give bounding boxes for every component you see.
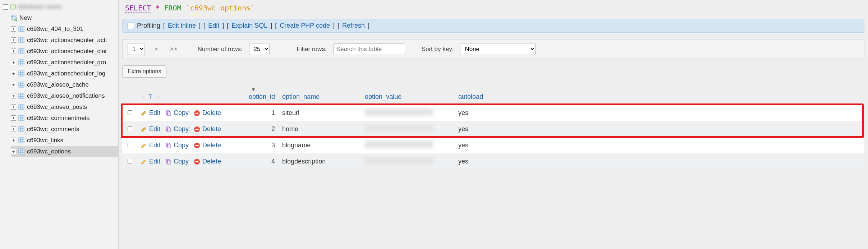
- tree-label: c693wc_actionscheduler_acti: [27, 37, 107, 44]
- tree-label: New: [19, 14, 32, 22]
- tree-root[interactable]: − database name: [1, 1, 118, 12]
- edit-row-button[interactable]: Edit: [141, 125, 160, 133]
- page-next-button[interactable]: >: [151, 44, 161, 54]
- col-header-option-name[interactable]: option_name: [282, 93, 320, 100]
- tree-item-table[interactable]: + c693wc_actionscheduler_acti: [11, 34, 118, 46]
- pencil-icon: [141, 126, 147, 132]
- tree-item-table[interactable]: + c693wc_actionscheduler_gro: [11, 57, 118, 68]
- table-icon: [18, 26, 25, 32]
- svg-rect-50: [19, 126, 24, 132]
- edit-row-button[interactable]: Edit: [141, 158, 160, 165]
- sort-by-key-label: Sort by key:: [422, 46, 454, 53]
- expand-icon[interactable]: +: [11, 82, 16, 87]
- page-last-button[interactable]: >>: [167, 44, 180, 54]
- copy-row-button[interactable]: Copy: [165, 142, 189, 149]
- col-header-option-id[interactable]: option_id: [249, 93, 275, 100]
- sort-desc-icon[interactable]: ▼: [251, 87, 256, 92]
- results-table: ←T→ ▼ option_id option_name option_value…: [122, 83, 864, 170]
- tree-item-table[interactable]: + c693wc_aioseo_posts: [11, 101, 118, 112]
- table-row: Edit Copy Delete 1 siteurl yes: [122, 105, 864, 121]
- table-icon: [18, 82, 25, 88]
- row-checkbox[interactable]: [128, 126, 132, 131]
- svg-rect-20: [19, 60, 24, 65]
- expand-icon[interactable]: +: [11, 49, 16, 54]
- tree-item-table[interactable]: + c693wc_aioseo_notifications: [11, 90, 118, 101]
- svg-rect-40: [19, 104, 24, 110]
- copy-row-button[interactable]: Copy: [165, 158, 189, 165]
- tree-item-table[interactable]: + c693wc_links: [11, 135, 118, 146]
- cell-option-id: 2: [245, 121, 279, 137]
- main-panel: SELECT * FROM `c693wc_options` Profiling…: [119, 0, 868, 249]
- tree-item-table[interactable]: + c693wc_options: [11, 146, 118, 157]
- num-rows-select[interactable]: 25: [249, 43, 270, 55]
- expand-icon[interactable]: +: [11, 104, 16, 110]
- row-checkbox[interactable]: [128, 110, 132, 115]
- edit-link[interactable]: Edit: [208, 22, 219, 29]
- filter-rows-input[interactable]: [333, 43, 405, 55]
- extra-options-button[interactable]: Extra options: [122, 65, 166, 78]
- tree-label: c693wc_links: [27, 137, 63, 144]
- create-php-link[interactable]: Create PHP code: [280, 22, 330, 29]
- db-icon: [10, 4, 16, 10]
- expand-icon[interactable]: +: [11, 149, 16, 154]
- table-row: Edit Copy Delete 2 home yes: [122, 121, 864, 137]
- cell-autoload: yes: [455, 153, 498, 170]
- tree-item-table[interactable]: + c693wc_actionscheduler_log: [11, 68, 118, 79]
- tree-item-new[interactable]: New: [11, 12, 118, 23]
- edit-row-button[interactable]: Edit: [141, 142, 160, 149]
- column-reorder-icon[interactable]: ←T→: [141, 93, 161, 100]
- tree-label: c693wc_commentmeta: [27, 115, 90, 122]
- cell-option-value: [361, 153, 455, 170]
- expand-icon[interactable]: +: [11, 71, 16, 76]
- delete-row-button[interactable]: Delete: [194, 125, 221, 133]
- copy-row-button[interactable]: Copy: [165, 109, 189, 117]
- tree-item-table[interactable]: + c693wc_aioseo_cache: [11, 79, 118, 90]
- table-icon: [18, 48, 25, 55]
- delete-row-button[interactable]: Delete: [194, 158, 221, 165]
- expand-icon[interactable]: +: [11, 93, 16, 98]
- select-query-checkbox[interactable]: [128, 23, 134, 29]
- row-checkbox[interactable]: [128, 159, 132, 163]
- divider: [189, 44, 189, 54]
- delete-row-button[interactable]: Delete: [194, 109, 221, 117]
- tree-item-table[interactable]: + c693wc_actionscheduler_clai: [11, 46, 118, 57]
- copy-icon: [165, 158, 171, 165]
- tree-item-table[interactable]: + c693wc_comments: [11, 124, 118, 135]
- table-icon: [18, 59, 25, 66]
- col-header-autoload[interactable]: autoload: [458, 93, 483, 100]
- expand-icon[interactable]: +: [11, 138, 16, 143]
- collapse-icon[interactable]: −: [3, 4, 8, 10]
- cell-option-name: blogname: [279, 137, 361, 153]
- svg-rect-25: [19, 71, 24, 76]
- edit-row-button[interactable]: Edit: [141, 109, 160, 117]
- delete-icon: [194, 142, 200, 149]
- svg-rect-70: [167, 128, 170, 132]
- copy-row-button[interactable]: Copy: [165, 125, 189, 133]
- sidebar-tree: − database name New + c693wc_404_to_301 …: [0, 0, 119, 249]
- table-icon: [18, 37, 25, 43]
- edit-inline-link[interactable]: Edit inline: [168, 22, 196, 29]
- expand-icon[interactable]: +: [11, 60, 16, 65]
- pencil-icon: [141, 158, 147, 165]
- expand-icon[interactable]: +: [11, 126, 16, 132]
- refresh-link[interactable]: Refresh: [342, 22, 365, 29]
- cell-autoload: yes: [455, 105, 498, 121]
- svg-rect-45: [19, 115, 24, 121]
- expand-icon[interactable]: +: [11, 115, 16, 121]
- col-header-option-value[interactable]: option_value: [365, 93, 401, 100]
- page-select[interactable]: 1: [128, 43, 145, 55]
- expand-icon[interactable]: +: [11, 26, 16, 32]
- cell-option-id: 1: [245, 105, 279, 121]
- delete-row-button[interactable]: Delete: [194, 142, 221, 149]
- sql-keyword-from: FROM: [164, 4, 181, 12]
- query-action-bar: Profiling [Edit inline ] [ Edit ] [ Expl…: [122, 19, 864, 33]
- expand-icon[interactable]: +: [11, 37, 16, 43]
- sort-by-key-select[interactable]: None: [460, 43, 536, 55]
- delete-icon: [194, 158, 200, 165]
- tree-item-table[interactable]: + c693wc_404_to_301: [11, 23, 118, 34]
- sql-keyword-select: SELECT: [125, 4, 151, 13]
- tree-item-table[interactable]: + c693wc_commentmeta: [11, 112, 118, 124]
- row-checkbox[interactable]: [128, 143, 132, 147]
- explain-sql-link[interactable]: Explain SQL: [231, 22, 267, 29]
- svg-rect-68: [196, 112, 199, 113]
